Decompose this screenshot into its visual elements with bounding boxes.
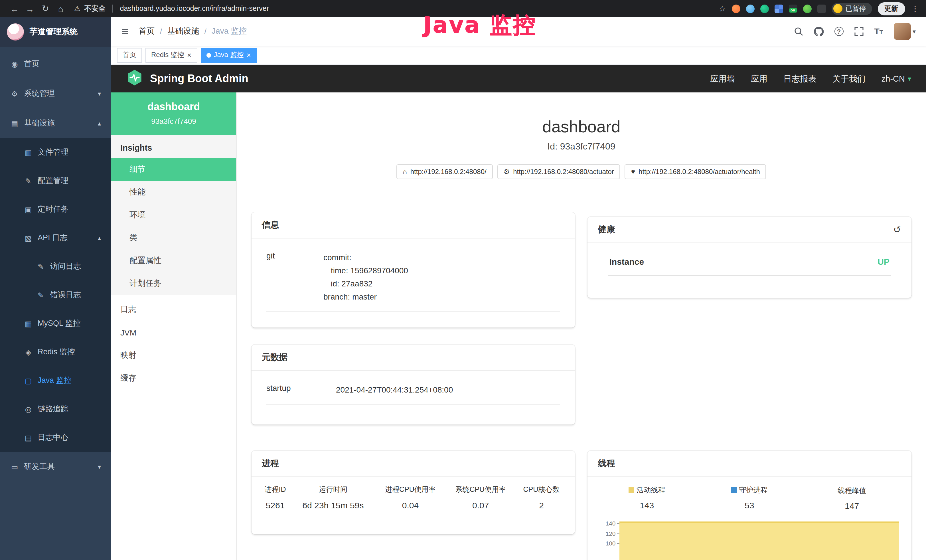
app-logo[interactable]: 芋道管理系统 bbox=[0, 17, 111, 47]
sba-item-scheduled-tasks[interactable]: 计划任务 bbox=[111, 272, 236, 295]
update-button[interactable]: 更新 bbox=[878, 2, 905, 15]
sidebar-item-error-logs[interactable]: ✎ 错误日志 bbox=[0, 281, 111, 309]
sidebar-item-tracing[interactable]: ◎ 链路追踪 bbox=[0, 395, 111, 423]
sba-item-metrics[interactable]: 性能 bbox=[111, 181, 236, 204]
fullscreen-icon[interactable] bbox=[854, 27, 863, 36]
sba-brand-title: Spring Boot Admin bbox=[150, 73, 248, 85]
reload-icon[interactable]: ↻ bbox=[38, 3, 53, 14]
process-table-header: CPU核心数 bbox=[516, 479, 567, 497]
sba-nav-journal[interactable]: 日志报表 bbox=[784, 73, 817, 84]
sba-item-classes[interactable]: 类 bbox=[111, 227, 236, 249]
sidebar-item-api-logs[interactable]: ▧ API 日志 ▴ bbox=[0, 224, 111, 252]
legend-live-threads: 活动线程 143 bbox=[596, 485, 698, 511]
sidebar-item-label: 链路追踪 bbox=[38, 404, 68, 414]
help-icon[interactable]: ? bbox=[834, 27, 843, 36]
sba-item-jvm[interactable]: JVM bbox=[111, 321, 236, 344]
y-tick: 140 bbox=[600, 520, 620, 530]
sidebar-item-log-center[interactable]: ▤ 日志中心 bbox=[0, 423, 111, 452]
info-row-git: git commit: time: 1596289704000 id: 27aa… bbox=[266, 248, 560, 312]
sidebar-item-config-management[interactable]: ✎ 配置管理 bbox=[0, 166, 111, 195]
breadcrumb: 首页 / 基础设施 / Java 监控 bbox=[139, 26, 247, 36]
sidebar-item-file-management[interactable]: ▥ 文件管理 bbox=[0, 138, 111, 166]
sidebar-item-system-management[interactable]: ⚙ 系统管理 ▾ bbox=[0, 79, 111, 108]
extension-fox-icon[interactable] bbox=[731, 4, 740, 13]
health-heart-icon: ♥ bbox=[631, 168, 635, 176]
sba-language-selector[interactable]: zh-CN ▾ bbox=[882, 74, 911, 83]
app-title: 芋道管理系统 bbox=[30, 27, 77, 37]
threads-chart: 140 120 100 bbox=[596, 520, 903, 560]
on-badge: on bbox=[789, 8, 796, 12]
sba-item-details[interactable]: 细节 bbox=[111, 158, 236, 181]
extension-drop-icon[interactable] bbox=[746, 4, 754, 13]
process-uptime: 6d 23h 15m 59s bbox=[291, 497, 375, 516]
extension-green-icon[interactable] bbox=[760, 4, 769, 13]
sidebar-item-label: 访问日志 bbox=[50, 261, 81, 272]
tab-home[interactable]: 首页 bbox=[117, 48, 142, 62]
link-actuator-health[interactable]: ♥ http://192.168.0.2:48080/actuator/heal… bbox=[625, 164, 766, 179]
sba-item-config-props[interactable]: 配置属性 bbox=[111, 249, 236, 272]
github-icon[interactable] bbox=[814, 27, 823, 36]
link-instance-home[interactable]: ⌂ http://192.168.0.2:48080/ bbox=[396, 164, 493, 179]
breadcrumb-home[interactable]: 首页 bbox=[139, 26, 155, 36]
card-title: 线程 bbox=[598, 458, 615, 469]
process-card: 进程 进程ID 运行时间 进程CPU使用率 系统CPU使用率 CPU核心数 bbox=[251, 451, 575, 534]
breadcrumb-infrastructure[interactable]: 基础设施 bbox=[167, 26, 199, 36]
profile-badge[interactable]: 已暂停 bbox=[831, 3, 872, 15]
security-label: 不安全 bbox=[85, 4, 106, 14]
extension-dark-icon[interactable] bbox=[817, 4, 826, 13]
metadata-card: 元数据 startup 2021-04-27T00:44:31.254+08:0… bbox=[251, 345, 575, 424]
sidebar-item-redis-monitor[interactable]: ◈ Redis 监控 bbox=[0, 338, 111, 366]
chevron-up-icon: ▴ bbox=[98, 120, 101, 127]
sba-item-logs[interactable]: 日志 bbox=[111, 298, 236, 321]
sidebar-item-dev-tools[interactable]: ▭ 研发工具 ▾ bbox=[0, 452, 111, 481]
extension-switch-icon[interactable]: on bbox=[788, 4, 797, 13]
sba-item-caches[interactable]: 缓存 bbox=[111, 367, 236, 390]
browser-menu-icon[interactable]: ⋮ bbox=[911, 4, 919, 13]
card-title: 元数据 bbox=[262, 352, 287, 363]
browser-home-icon[interactable]: ⌂ bbox=[53, 4, 68, 14]
sba-item-environment[interactable]: 环境 bbox=[111, 204, 236, 227]
link-actuator[interactable]: ⚙ http://192.168.0.2:48080/actuator bbox=[497, 164, 620, 179]
cards-grid: 信息 git commit: time: 1596289704000 id: 2… bbox=[251, 212, 911, 560]
navbar-actions: ? TT ▾ bbox=[794, 23, 916, 40]
sidebar-item-label: 首页 bbox=[24, 59, 39, 69]
sidebar-item-label: 系统管理 bbox=[24, 88, 55, 99]
sidebar-item-scheduled-jobs[interactable]: ▣ 定时任务 bbox=[0, 195, 111, 224]
forward-icon[interactable]: → bbox=[22, 4, 38, 14]
extension-leaf-icon[interactable] bbox=[803, 4, 811, 13]
breadcrumb-current: Java 监控 bbox=[212, 26, 247, 36]
right-column: 健康 ↺ Instance UP 线程 bbox=[588, 212, 911, 560]
sba-nav-wallboard[interactable]: 应用墙 bbox=[710, 73, 735, 84]
sidebar-item-infrastructure[interactable]: ▤ 基础设施 ▴ bbox=[0, 108, 111, 138]
sba-instance-header[interactable]: dashboard 93a3fc7f7409 bbox=[111, 92, 236, 135]
url-text: dashboard.yudao.iocoder.cn/infra/admin-s… bbox=[120, 5, 269, 12]
tab-close-icon[interactable]: × bbox=[247, 51, 251, 59]
process-table-header: 进程CPU使用率 bbox=[375, 479, 445, 497]
sba-nav-about[interactable]: 关于我们 bbox=[832, 73, 865, 84]
sba-nav-applications[interactable]: 应用 bbox=[751, 73, 767, 84]
active-tab-dot bbox=[206, 53, 211, 58]
breadcrumb-separator: / bbox=[204, 27, 206, 36]
metadata-value: 2021-04-27T00:44:31.254+08:00 bbox=[336, 383, 453, 397]
bookmark-star-icon[interactable]: ☆ bbox=[719, 4, 726, 13]
search-icon[interactable] bbox=[794, 27, 803, 36]
extension-grid-icon[interactable] bbox=[774, 4, 783, 13]
hamburger-icon[interactable]: ≡ bbox=[121, 24, 129, 38]
history-icon[interactable]: ↺ bbox=[893, 224, 901, 235]
tags-bar: 首页 Redis 监控 × Java 监控 × bbox=[111, 45, 926, 65]
timer-icon: ▣ bbox=[24, 205, 33, 214]
tab-java-monitor[interactable]: Java 监控 × bbox=[200, 48, 257, 62]
sidebar-item-home[interactable]: ◉ 首页 bbox=[0, 49, 111, 79]
address-bar[interactable]: ⚠ 不安全 dashboard.yudao.iocoder.cn/infra/a… bbox=[74, 4, 269, 14]
back-icon[interactable]: ← bbox=[7, 4, 22, 14]
instance-name: dashboard bbox=[115, 101, 233, 113]
font-size-icon[interactable]: TT bbox=[874, 26, 883, 36]
tab-close-icon[interactable]: × bbox=[187, 51, 191, 59]
user-avatar[interactable]: ▾ bbox=[894, 23, 916, 40]
toolbox-icon: ▭ bbox=[10, 462, 19, 471]
sidebar-item-access-logs[interactable]: ✎ 访问日志 bbox=[0, 252, 111, 281]
sidebar-item-mysql-monitor[interactable]: ▦ MySQL 监控 bbox=[0, 309, 111, 338]
sidebar-item-java-monitor[interactable]: ▢ Java 监控 bbox=[0, 366, 111, 395]
sba-item-mappings[interactable]: 映射 bbox=[111, 344, 236, 367]
tab-redis-monitor[interactable]: Redis 监控 × bbox=[145, 48, 197, 62]
